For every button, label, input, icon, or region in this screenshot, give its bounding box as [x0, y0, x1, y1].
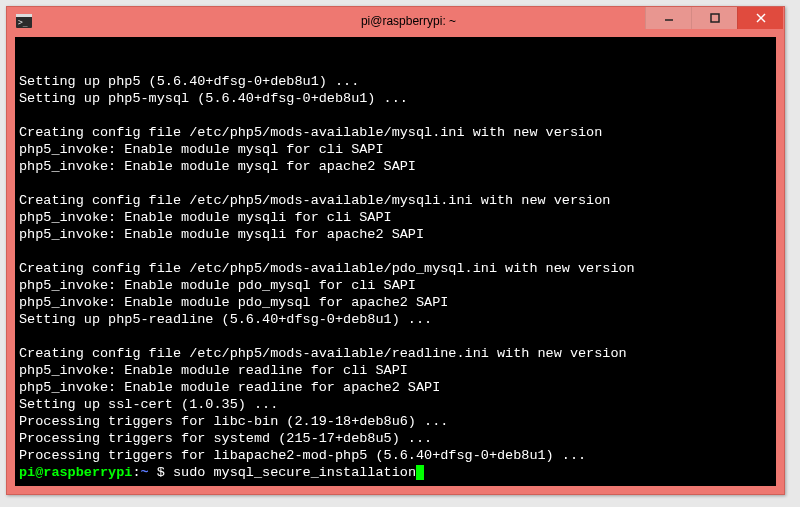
terminal-window: >_ pi@raspberrypi: ~ Setting up php5 (5.…: [6, 6, 785, 495]
prompt-line: pi@raspberrypi:~ $ sudo mysql_secure_ins…: [19, 464, 772, 481]
close-icon: [756, 13, 766, 23]
close-button[interactable]: [737, 7, 783, 29]
cursor: [416, 465, 424, 480]
minimize-button[interactable]: [645, 7, 691, 29]
prompt-symbol: $: [157, 465, 173, 480]
svg-rect-1: [16, 14, 32, 17]
prompt-path: ~: [141, 465, 157, 480]
maximize-button[interactable]: [691, 7, 737, 29]
minimize-icon: [664, 13, 674, 23]
svg-text:>_: >_: [18, 18, 28, 27]
svg-rect-4: [711, 14, 719, 22]
titlebar[interactable]: >_ pi@raspberrypi: ~: [7, 7, 784, 35]
terminal-icon: >_: [15, 12, 33, 30]
terminal-body[interactable]: Setting up php5 (5.6.40+dfsg-0+deb8u1) .…: [15, 37, 776, 486]
prompt-command: sudo mysql_secure_installation: [173, 465, 416, 480]
prompt-user-host: pi@raspberrypi: [19, 465, 132, 480]
maximize-icon: [710, 13, 720, 23]
window-controls: [645, 7, 783, 29]
terminal-output: Setting up php5 (5.6.40+dfsg-0+deb8u1) .…: [19, 73, 772, 464]
prompt-separator: :: [132, 465, 140, 480]
